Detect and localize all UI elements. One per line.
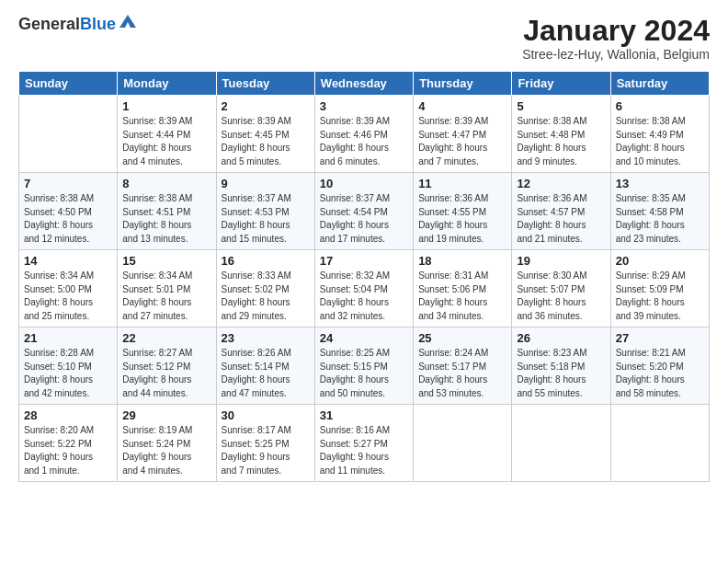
col-saturday: Saturday <box>610 72 709 96</box>
day-number: 27 <box>616 331 704 345</box>
calendar-cell: 15Sunrise: 8:34 AMSunset: 5:01 PMDayligh… <box>118 250 216 327</box>
day-info: Sunrise: 8:29 AMSunset: 5:09 PMDaylight:… <box>616 270 704 323</box>
day-info: Sunrise: 8:39 AMSunset: 4:46 PMDaylight:… <box>320 115 408 168</box>
calendar-cell: 7Sunrise: 8:38 AMSunset: 4:50 PMDaylight… <box>19 173 118 250</box>
day-number: 18 <box>418 254 506 268</box>
day-number: 6 <box>616 99 704 113</box>
col-friday: Friday <box>512 72 610 96</box>
calendar-cell: 9Sunrise: 8:37 AMSunset: 4:53 PMDaylight… <box>216 173 314 250</box>
day-number: 4 <box>418 99 506 113</box>
calendar-cell: 25Sunrise: 8:24 AMSunset: 5:17 PMDayligh… <box>414 327 512 405</box>
day-info: Sunrise: 8:19 AMSunset: 5:24 PMDaylight:… <box>122 424 210 477</box>
calendar-cell: 13Sunrise: 8:35 AMSunset: 4:58 PMDayligh… <box>610 173 709 250</box>
day-info: Sunrise: 8:16 AMSunset: 5:27 PMDaylight:… <box>320 424 408 477</box>
col-thursday: Thursday <box>414 72 512 96</box>
day-number: 19 <box>517 254 605 268</box>
day-info: Sunrise: 8:36 AMSunset: 4:55 PMDaylight:… <box>418 192 506 246</box>
day-info: Sunrise: 8:39 AMSunset: 4:44 PMDaylight:… <box>122 115 210 168</box>
calendar-cell: 27Sunrise: 8:21 AMSunset: 5:20 PMDayligh… <box>610 327 709 405</box>
col-sunday: Sunday <box>19 72 118 96</box>
calendar-cell: 11Sunrise: 8:36 AMSunset: 4:55 PMDayligh… <box>414 173 512 250</box>
day-number: 1 <box>122 99 210 113</box>
calendar-cell: 26Sunrise: 8:23 AMSunset: 5:18 PMDayligh… <box>512 327 610 405</box>
day-number: 12 <box>517 177 605 190</box>
day-info: Sunrise: 8:31 AMSunset: 5:06 PMDaylight:… <box>418 270 506 323</box>
day-number: 21 <box>24 331 112 345</box>
day-number: 3 <box>320 99 408 113</box>
calendar-cell: 3Sunrise: 8:39 AMSunset: 4:46 PMDaylight… <box>314 96 413 173</box>
calendar-cell: 5Sunrise: 8:38 AMSunset: 4:48 PMDaylight… <box>512 96 610 173</box>
logo-blue: Blue <box>80 15 116 33</box>
calendar-week-row: 28Sunrise: 8:20 AMSunset: 5:22 PMDayligh… <box>19 405 710 482</box>
calendar-week-row: 7Sunrise: 8:38 AMSunset: 4:50 PMDaylight… <box>19 173 710 250</box>
day-number: 5 <box>517 99 605 113</box>
day-info: Sunrise: 8:38 AMSunset: 4:51 PMDaylight:… <box>122 192 210 246</box>
day-info: Sunrise: 8:33 AMSunset: 5:02 PMDaylight:… <box>222 270 310 323</box>
calendar-cell: 30Sunrise: 8:17 AMSunset: 5:25 PMDayligh… <box>216 405 314 482</box>
day-info: Sunrise: 8:37 AMSunset: 4:53 PMDaylight:… <box>222 192 310 246</box>
day-info: Sunrise: 8:25 AMSunset: 5:15 PMDaylight:… <box>320 347 408 400</box>
day-number: 15 <box>122 254 210 268</box>
calendar-cell: 12Sunrise: 8:36 AMSunset: 4:57 PMDayligh… <box>512 173 610 250</box>
calendar-cell: 18Sunrise: 8:31 AMSunset: 5:06 PMDayligh… <box>414 250 512 327</box>
day-info: Sunrise: 8:26 AMSunset: 5:14 PMDaylight:… <box>222 347 310 400</box>
calendar-cell: 31Sunrise: 8:16 AMSunset: 5:27 PMDayligh… <box>314 405 413 482</box>
title-block: January 2024 Stree-lez-Huy, Wallonia, Be… <box>522 15 710 62</box>
header: GeneralBlue January 2024 Stree-lez-Huy, … <box>18 15 710 62</box>
day-info: Sunrise: 8:24 AMSunset: 5:17 PMDaylight:… <box>418 347 506 400</box>
day-info: Sunrise: 8:20 AMSunset: 5:22 PMDaylight:… <box>24 424 112 477</box>
day-info: Sunrise: 8:37 AMSunset: 4:54 PMDaylight:… <box>320 192 408 246</box>
day-number: 11 <box>418 177 506 190</box>
calendar-cell: 17Sunrise: 8:32 AMSunset: 5:04 PMDayligh… <box>314 250 413 327</box>
calendar-cell: 28Sunrise: 8:20 AMSunset: 5:22 PMDayligh… <box>19 405 118 482</box>
day-number: 22 <box>122 331 210 345</box>
calendar-week-row: 14Sunrise: 8:34 AMSunset: 5:00 PMDayligh… <box>19 250 710 327</box>
calendar-cell: 23Sunrise: 8:26 AMSunset: 5:14 PMDayligh… <box>216 327 314 405</box>
calendar-cell: 10Sunrise: 8:37 AMSunset: 4:54 PMDayligh… <box>314 173 413 250</box>
day-info: Sunrise: 8:35 AMSunset: 4:58 PMDaylight:… <box>616 192 704 246</box>
month-title: January 2024 <box>522 15 710 47</box>
day-number: 16 <box>222 254 310 268</box>
page-container: GeneralBlue January 2024 Stree-lez-Huy, … <box>0 0 728 491</box>
calendar-cell: 20Sunrise: 8:29 AMSunset: 5:09 PMDayligh… <box>610 250 709 327</box>
calendar-cell: 22Sunrise: 8:27 AMSunset: 5:12 PMDayligh… <box>118 327 216 405</box>
day-info: Sunrise: 8:21 AMSunset: 5:20 PMDaylight:… <box>616 347 704 400</box>
day-number: 24 <box>320 331 408 345</box>
day-info: Sunrise: 8:36 AMSunset: 4:57 PMDaylight:… <box>517 192 605 246</box>
calendar-cell: 24Sunrise: 8:25 AMSunset: 5:15 PMDayligh… <box>314 327 413 405</box>
day-number: 10 <box>320 177 408 190</box>
day-info: Sunrise: 8:28 AMSunset: 5:10 PMDaylight:… <box>24 347 112 400</box>
calendar-cell: 6Sunrise: 8:38 AMSunset: 4:49 PMDaylight… <box>610 96 709 173</box>
col-tuesday: Tuesday <box>216 72 314 96</box>
day-number: 29 <box>122 408 210 422</box>
day-number: 8 <box>122 177 210 190</box>
day-info: Sunrise: 8:39 AMSunset: 4:45 PMDaylight:… <box>222 115 310 168</box>
calendar-cell: 14Sunrise: 8:34 AMSunset: 5:00 PMDayligh… <box>19 250 118 327</box>
day-number: 23 <box>222 331 310 345</box>
day-info: Sunrise: 8:30 AMSunset: 5:07 PMDaylight:… <box>517 270 605 323</box>
calendar-cell <box>512 405 610 482</box>
logo: GeneralBlue <box>18 15 116 34</box>
day-info: Sunrise: 8:34 AMSunset: 5:00 PMDaylight:… <box>24 270 112 323</box>
calendar-week-row: 1Sunrise: 8:39 AMSunset: 4:44 PMDaylight… <box>19 96 710 173</box>
calendar-week-row: 21Sunrise: 8:28 AMSunset: 5:10 PMDayligh… <box>19 327 710 405</box>
day-info: Sunrise: 8:27 AMSunset: 5:12 PMDaylight:… <box>122 347 210 400</box>
day-number: 30 <box>222 408 310 422</box>
day-info: Sunrise: 8:23 AMSunset: 5:18 PMDaylight:… <box>517 347 605 400</box>
day-info: Sunrise: 8:32 AMSunset: 5:04 PMDaylight:… <box>320 270 408 323</box>
day-number: 20 <box>616 254 704 268</box>
day-info: Sunrise: 8:38 AMSunset: 4:49 PMDaylight:… <box>616 115 704 168</box>
day-number: 17 <box>320 254 408 268</box>
day-number: 26 <box>517 331 605 345</box>
day-info: Sunrise: 8:39 AMSunset: 4:47 PMDaylight:… <box>418 115 506 168</box>
calendar-cell: 8Sunrise: 8:38 AMSunset: 4:51 PMDaylight… <box>118 173 216 250</box>
calendar-table: Sunday Monday Tuesday Wednesday Thursday… <box>18 71 710 482</box>
logo-general: General <box>18 15 80 33</box>
day-number: 9 <box>222 177 310 190</box>
calendar-cell: 29Sunrise: 8:19 AMSunset: 5:24 PMDayligh… <box>118 405 216 482</box>
col-wednesday: Wednesday <box>314 72 413 96</box>
calendar-cell: 4Sunrise: 8:39 AMSunset: 4:47 PMDaylight… <box>414 96 512 173</box>
calendar-cell: 21Sunrise: 8:28 AMSunset: 5:10 PMDayligh… <box>19 327 118 405</box>
calendar-cell: 2Sunrise: 8:39 AMSunset: 4:45 PMDaylight… <box>216 96 314 173</box>
day-number: 25 <box>418 331 506 345</box>
